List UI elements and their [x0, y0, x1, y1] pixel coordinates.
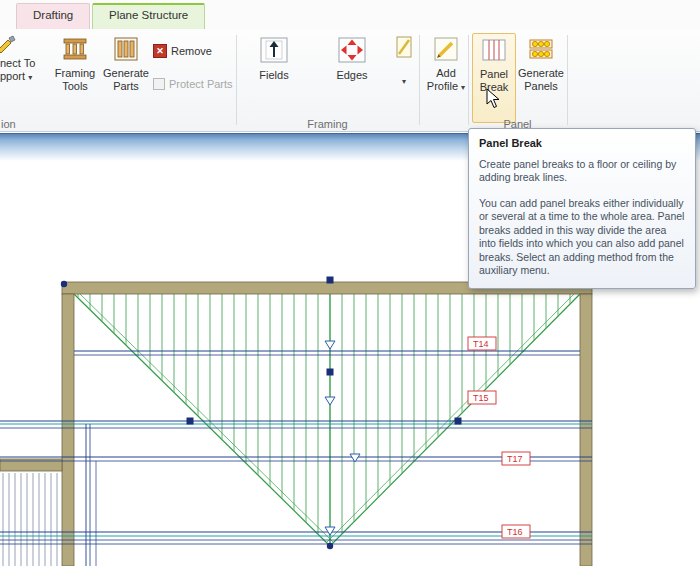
remove-label: Remove: [171, 45, 212, 57]
tooltip-paragraph-2: You can add panel breaks either individu…: [479, 197, 685, 278]
connect-to-support-button[interactable]: nect To pport ▾: [0, 33, 52, 123]
ribbon: nect To pport ▾ Framing Tools: [0, 29, 700, 132]
group-separator: [468, 35, 469, 125]
add-profile-button[interactable]: Add Profile ▾: [423, 33, 469, 123]
panel-tag-t15: T15: [473, 393, 489, 403]
edges-label: Edges: [325, 69, 379, 82]
protect-parts-label: Protect Parts: [169, 78, 233, 90]
dropdown-arrow-icon: ▾: [28, 73, 32, 82]
protect-parts-checkbox[interactable]: Protect Parts: [153, 78, 233, 90]
add-profile-label-line1: Add: [423, 67, 469, 80]
connect-to-support-label-line1: nect To: [0, 57, 52, 70]
generate-panels-icon: [517, 36, 565, 65]
gallery-thumbnail-icon: [393, 36, 415, 61]
green-joist-field: [74, 294, 580, 546]
panel-tag-t14: T14: [473, 339, 489, 349]
tab-plane-structure[interactable]: Plane Structure: [92, 3, 205, 29]
dropdown-arrow-icon: ▾: [461, 83, 465, 92]
ribbon-tab-bar: Drafting Plane Structure: [0, 0, 700, 29]
framing-tools-label-line2: Tools: [50, 80, 100, 93]
dropdown-arrow-icon: ▾: [393, 75, 415, 88]
checkbox-icon: [153, 78, 165, 90]
framing-tools-label-line1: Framing: [50, 67, 100, 80]
application-window: Drafting Plane Structure nect To pport ▾: [0, 0, 700, 566]
fields-button[interactable]: Fields: [248, 33, 300, 123]
ribbon-group-label-framing: Framing: [236, 118, 419, 130]
panel-tag-t17: T17: [507, 454, 523, 464]
panel-break-label-line1: Panel: [473, 68, 515, 81]
tooltip-paragraph-1: Create panel breaks to a floor or ceilin…: [479, 158, 685, 185]
remove-icon: ✕: [153, 44, 167, 58]
generate-parts-button[interactable]: Generate Parts: [100, 33, 152, 123]
framing-tools-button[interactable]: Framing Tools: [50, 33, 100, 123]
connect-to-support-label-line2: pport: [0, 70, 25, 82]
add-profile-icon: [423, 36, 469, 65]
group-separator: [567, 35, 568, 125]
add-profile-label-line2: Profile: [427, 80, 458, 92]
fields-label: Fields: [248, 69, 300, 82]
framing-tools-icon: [50, 36, 100, 65]
group-separator: [236, 35, 237, 125]
generate-panels-button[interactable]: Generate Panels: [517, 33, 565, 123]
generate-panels-label-line2: Panels: [517, 80, 565, 93]
generate-parts-label-line2: Parts: [100, 80, 152, 93]
remove-button[interactable]: ✕ Remove: [153, 44, 212, 58]
generate-parts-icon: [100, 36, 152, 65]
group-separator: [419, 35, 420, 125]
generate-panels-label-line1: Generate: [517, 67, 565, 80]
generate-parts-label-line1: Generate: [100, 67, 152, 80]
tab-drafting[interactable]: Drafting: [16, 3, 90, 29]
tooltip-title: Panel Break: [479, 137, 685, 151]
framing-gallery-dropdown-button[interactable]: ▾: [393, 33, 415, 123]
panel-break-icon: [473, 37, 515, 66]
edges-button[interactable]: Edges: [325, 33, 379, 123]
ribbon-group-label-clipped: ion: [0, 118, 28, 130]
panel-break-tooltip: Panel Break Create panel breaks to a flo…: [468, 128, 696, 289]
edges-icon: [325, 36, 379, 67]
left-framing-section: [0, 473, 62, 566]
panel-tag-t16: T16: [507, 527, 523, 537]
mouse-cursor-icon: [486, 88, 502, 114]
fields-icon: [248, 36, 300, 67]
